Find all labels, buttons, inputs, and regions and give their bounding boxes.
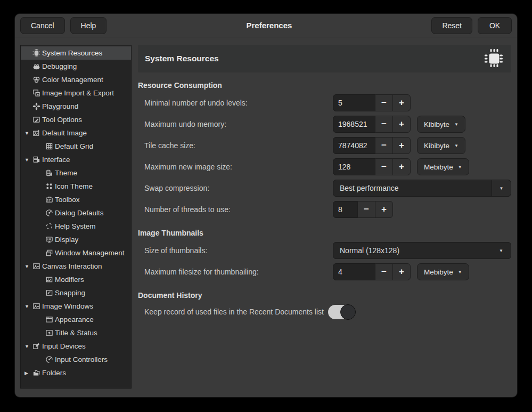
expander-icon[interactable]: ▼ <box>23 344 32 349</box>
sidebar-item-default-grid[interactable]: Default Grid <box>21 140 131 153</box>
field-label: Swap compression: <box>138 184 209 192</box>
chevron-down-icon: ▼ <box>500 186 504 191</box>
sidebar-item-default-image[interactable]: ▼Default Image <box>21 126 131 140</box>
sidebar-item-interface[interactable]: ▼Interface <box>21 153 131 166</box>
sidebar-item-snapping[interactable]: Snapping <box>21 286 131 300</box>
titlebar: Cancel Help Preferences Reset OK <box>15 14 517 37</box>
help-system-icon <box>45 222 54 231</box>
increment-button[interactable]: + <box>392 116 411 133</box>
sidebar-item-dialog-defaults[interactable]: Dialog Defaults <box>21 206 131 220</box>
section-title: Image Thumbnails <box>138 229 511 237</box>
wilber-icon <box>32 62 42 71</box>
expander-icon[interactable]: ▶ <box>23 370 32 376</box>
sidebar-item-appearance[interactable]: Appearance <box>21 313 131 326</box>
sidebar-item-color-management[interactable]: Color Management <box>21 73 131 86</box>
sidebar-item-tool-options[interactable]: Tool Options <box>21 113 131 126</box>
sidebar-item-window-management[interactable]: Window Management <box>21 246 131 260</box>
reset-button[interactable]: Reset <box>431 17 472 34</box>
help-button[interactable]: Help <box>70 17 107 34</box>
increment-button[interactable]: + <box>392 263 411 280</box>
decrement-button[interactable]: − <box>375 94 393 111</box>
decrement-button[interactable]: − <box>375 263 393 280</box>
sidebar-item-label: Color Management <box>42 76 103 84</box>
sidebar-item-image-import-export[interactable]: Image Import & Export <box>21 86 131 100</box>
expander-icon[interactable]: ▼ <box>23 304 32 309</box>
section-title: Resource Consumption <box>138 81 511 90</box>
unit-dropdown[interactable]: Mebibyte▼ <box>417 263 469 280</box>
combo-box[interactable]: Best performance▼ <box>333 180 511 197</box>
plus-icon: + <box>399 140 404 151</box>
sidebar-item-input-controllers[interactable]: Input Controllers <box>21 353 131 366</box>
sidebar-item-system-resources[interactable]: System Resources <box>21 46 131 60</box>
sidebar-item-input-devices[interactable]: ▼Input Devices <box>21 340 131 353</box>
sidebar-item-debugging[interactable]: Debugging <box>21 60 131 73</box>
unit-dropdown[interactable]: Kibibyte▼ <box>417 137 465 154</box>
decrement-button[interactable]: − <box>375 158 393 175</box>
sidebar-item-label: Image Import & Export <box>42 89 114 97</box>
decrement-button[interactable]: − <box>375 116 393 133</box>
sidebar-item-label: Folders <box>42 369 66 377</box>
field-label: Number of threads to use: <box>138 205 231 214</box>
unit-dropdown[interactable]: Mebibyte▼ <box>417 158 469 175</box>
sidebar-item-label: Help System <box>54 222 96 230</box>
sidebar-item-help-system[interactable]: Help System <box>21 220 131 233</box>
sidebar-item-label: Tool Options <box>42 116 82 124</box>
folders-icon <box>32 369 42 377</box>
modifiers-icon <box>45 276 54 284</box>
appearance-icon <box>45 316 54 324</box>
decrement-button[interactable]: − <box>375 137 393 154</box>
sidebar-item-label: Display <box>54 236 78 244</box>
spin-control: −+ <box>333 94 411 111</box>
sidebar-item-image-windows[interactable]: ▼Image Windows <box>21 300 131 313</box>
form-row-inner: Swap compression:Best performance▼ <box>138 177 511 199</box>
preferences-tree: System ResourcesDebuggingColor Managemen… <box>20 45 132 389</box>
sidebar-item-icon-theme[interactable]: Icon Theme <box>21 180 131 193</box>
form-row: Tile cache size:−+Kibibyte▼ <box>138 135 511 156</box>
sidebar-item-folders[interactable]: ▶Folders <box>21 366 131 379</box>
toolbox-icon <box>45 196 54 204</box>
expander-icon[interactable]: ▼ <box>23 264 32 269</box>
sidebar-item-toolbox[interactable]: Toolbox <box>21 193 131 206</box>
image-import-export-icon <box>32 89 42 98</box>
value-entry[interactable] <box>333 158 375 175</box>
sidebar-item-canvas-interaction[interactable]: ▼Canvas Interaction <box>21 260 131 273</box>
increment-button[interactable]: + <box>392 94 411 111</box>
cancel-button[interactable]: Cancel <box>20 17 65 34</box>
sidebar-item-playground[interactable]: Playground <box>21 100 131 113</box>
dialog-body: System ResourcesDebuggingColor Managemen… <box>15 37 517 397</box>
unit-dropdown[interactable]: Kibibyte▼ <box>417 116 465 133</box>
combo-arrow-cell[interactable]: ▼ <box>492 243 511 258</box>
value-entry[interactable] <box>333 137 375 154</box>
combo-box-value: Best performance <box>333 184 492 192</box>
sidebar-item-title-status[interactable]: Title & Status <box>21 326 131 340</box>
sidebar-item-theme[interactable]: Theme <box>21 166 131 180</box>
increment-button[interactable]: + <box>375 201 393 218</box>
field-label: Maximum new image size: <box>138 163 232 171</box>
sidebar-item-label: Appearance <box>54 316 94 324</box>
grid-icon <box>45 142 54 151</box>
spin-control: −+ <box>333 201 393 218</box>
chevron-down-icon: ▼ <box>454 122 459 127</box>
decrement-button[interactable]: − <box>357 201 375 218</box>
titlebar-right-buttons: Reset OK <box>431 17 512 34</box>
spin-control: −+Kibibyte▼ <box>333 116 465 133</box>
value-entry[interactable] <box>333 201 358 218</box>
sidebar-item-modifiers[interactable]: Modifiers <box>21 273 131 286</box>
increment-button[interactable]: + <box>392 137 411 154</box>
value-entry[interactable] <box>333 94 375 111</box>
value-entry[interactable] <box>333 116 375 133</box>
ok-button[interactable]: OK <box>478 17 512 34</box>
plus-icon: + <box>399 98 404 108</box>
recent-documents-toggle[interactable] <box>328 305 355 319</box>
sidebar-item-display[interactable]: Display <box>21 233 131 246</box>
combo-arrow-cell[interactable]: ▼ <box>492 180 511 196</box>
minus-icon: − <box>381 161 387 172</box>
field-label: Minimal number of undo levels: <box>138 99 248 107</box>
value-entry[interactable] <box>333 263 375 280</box>
sidebar-item-label: Debugging <box>42 62 77 70</box>
increment-button[interactable]: + <box>392 158 411 175</box>
expander-icon[interactable]: ▼ <box>23 157 32 163</box>
combo-box[interactable]: Normal (128x128)▼ <box>333 242 511 259</box>
expander-icon[interactable]: ▼ <box>23 131 32 136</box>
section-title: Document History <box>138 291 511 300</box>
